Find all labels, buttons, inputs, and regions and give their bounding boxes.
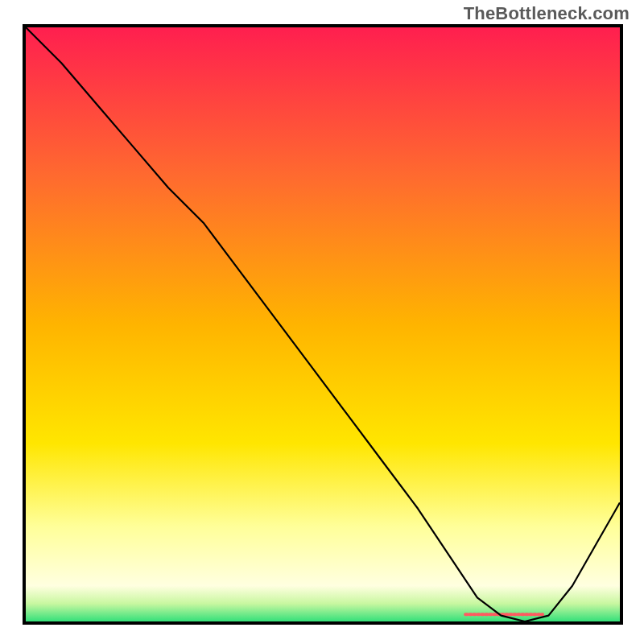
chart-frame: TheBottleneck.com xyxy=(0,0,644,644)
plot-area xyxy=(23,24,623,625)
gradient-backdrop xyxy=(26,27,620,621)
watermark-text: TheBottleneck.com xyxy=(464,3,630,24)
chart-svg xyxy=(26,27,620,621)
